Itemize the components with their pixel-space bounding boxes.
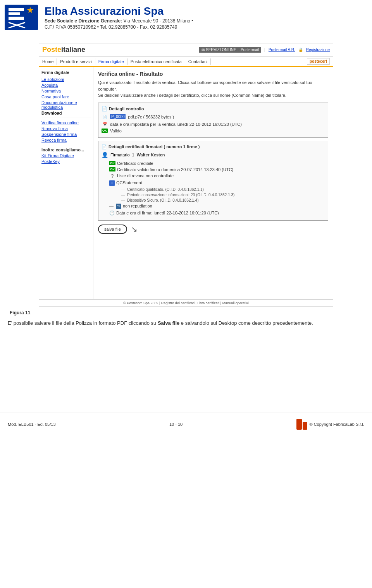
footer-registro[interactable]: Registro dei certificati <box>161 301 195 305</box>
ok-badge-valido: OK <box>109 167 115 171</box>
date-row: 📅 data e ora impostata per la verifica l… <box>102 121 325 127</box>
main-content: Poste italiane ✉ SERVIZI ONLINE ...Poste… <box>0 35 372 335</box>
arrow-indicator: ↘ <box>131 225 138 234</box>
file-suffix: pdf.p7c ( 566232 bytes ) <box>128 115 174 119</box>
sub-line-nonrep: — <box>109 204 114 208</box>
figure-text-part2: e salvandolo sul Desktop come descritto … <box>179 320 313 326</box>
svg-rect-3 <box>9 17 24 20</box>
nav-contattaci[interactable]: Contattaci <box>185 58 211 65</box>
svg-rect-2 <box>9 12 20 15</box>
firmatario-name[interactable]: Walter Kesten <box>137 153 165 157</box>
servizi-label: SERVIZI ONLINE <box>206 48 236 52</box>
cert-item-credibile: OK Certificato credibile <box>102 161 325 166</box>
info-icon: i <box>109 180 115 186</box>
nonrep-icon: 🛡 <box>116 204 121 209</box>
figure-text-bold: Salva file <box>158 320 179 326</box>
footer-manuali[interactable]: Manuali operativi <box>222 301 249 305</box>
sidebar-item-sospensione[interactable]: Sospensione firma <box>41 132 91 137</box>
sidebar-item-cosapuoifare[interactable]: Cosa puoi fare <box>41 94 91 99</box>
cert-item-nonrep: — 🛡 non repudiation <box>102 204 325 209</box>
sidebar-title: Firma digitale <box>41 70 91 75</box>
file-row: 📄 P_0000 pdf.p7c ( 566232 bytes ) <box>102 114 325 120</box>
sidebar-item-postekey[interactable]: PosteKey <box>41 159 91 164</box>
poste-header: Poste italiane ✉ SERVIZI ONLINE ...Poste… <box>39 43 333 57</box>
sidebar-item-kit[interactable]: Kit Firma Digitale <box>41 153 91 158</box>
cert-credibile-text: Certificato credibile <box>117 161 153 166</box>
details-icon: 📄 <box>102 106 107 111</box>
inoltre-title: Inoltre consigliamo... <box>41 147 91 152</box>
clock-icon: 🕐 <box>109 211 115 216</box>
sidebar-item-rinnovo[interactable]: Rinnovo firma <box>41 126 91 131</box>
sidebar-item-revoca[interactable]: Revoca firma <box>41 138 91 142</box>
footer-copyright: © Postecom Spa 2009 <box>123 301 158 305</box>
cert-sub-2: — Periodo conservazione informazioni: 20… <box>102 193 325 197</box>
ok-badge-credibile: OK <box>109 161 115 165</box>
cert-sub-1-text: Certificato qualificato. (O.I.D. 0.4.0.1… <box>127 187 204 192</box>
date-check-text: data e ora impostata per la verifica lun… <box>110 122 242 127</box>
cert-sub-1: — Certificato qualificato. (O.I.D. 0.4.0… <box>102 187 325 192</box>
salva-file-button[interactable]: salva file <box>98 225 127 234</box>
cert-sub-2-text: Periodo conservazione informazioni: 20 (… <box>127 193 234 197</box>
poste-screenshot: Poste italiane ✉ SERVIZI ONLINE ...Poste… <box>39 43 333 307</box>
nav-prodotti[interactable]: Prodotti e servizi <box>57 58 95 65</box>
firmatario-label: Firmatario <box>110 153 130 157</box>
postermail-label: ...Postermail <box>238 48 259 52</box>
datafirma-text: Data e ora di firma: lunedì 22-10-2012 1… <box>116 211 219 215</box>
cert-item-revoca: ? Liste di revoca non controllate <box>102 173 325 179</box>
file-icon: 📄 <box>102 114 108 120</box>
sidebar-item-verifica[interactable]: Verifica firma online <box>41 120 91 125</box>
sidebar-divider-1 <box>41 118 91 118</box>
poste-content: Verifica online - Risultato Qui è visual… <box>93 67 333 299</box>
details-box: 📄 Dettagli controllo 📄 P_0000 pdf.p7c ( … <box>98 103 328 138</box>
nav-posta[interactable]: Posta elettronica certificata <box>127 58 185 65</box>
nav-firma[interactable]: Firma digitale <box>95 58 127 65</box>
page-header: Elba Assicurazioni Spa Sede Sociale e Di… <box>0 0 372 35</box>
nonrep-text: non repudiation <box>123 204 152 208</box>
servizi-btn[interactable]: ✉ SERVIZI ONLINE ...Postermail <box>199 47 261 53</box>
cert-title-text: Dettagli certificati firmatari ( numero … <box>108 144 200 149</box>
sidebar-item-documentazione[interactable]: Documentazione e modulistica <box>41 100 91 110</box>
company-info: Elba Assicurazioni Spa Sede Sociale e Di… <box>45 5 193 30</box>
sidebar-item-normativa[interactable]: Normativa <box>41 89 91 93</box>
salva-section: salva file ↘ <box>98 225 328 234</box>
page-footer: Mod. ELB501 - Ed. 05/13 10 - 10 © Copyri… <box>0 413 372 435</box>
details-box-title: 📄 Dettagli controllo <box>102 106 325 111</box>
address-line2: C.F./ P.IVA 05850710962 • Tel. 02.928857… <box>45 24 193 30</box>
postermail-ar-link[interactable]: Postermail A.R. <box>269 48 295 52</box>
postcert-text: postecert <box>310 59 327 63</box>
sub-line-1: — <box>121 187 125 192</box>
poste-nav: Home Prodotti e servizi Firma digitale P… <box>39 57 333 67</box>
poste-logo: Poste italiane <box>42 46 85 54</box>
cert-item-datafirma: 🕐 Data e ora di firma: lunedì 22-10-2012… <box>102 211 325 216</box>
company-logo <box>4 4 39 31</box>
poste-header-links: ✉ SERVIZI ONLINE ...Postermail | Posterm… <box>199 47 330 53</box>
sub-line-3: — <box>121 198 125 202</box>
figure-text: E' possibile salvare il file della Poliz… <box>6 319 366 327</box>
cert-sub-3-text: Dispositivo Sicuro. (O.I.D. 0.4.0.1862.1… <box>127 198 199 202</box>
footer-lista[interactable]: Lista certificati <box>197 301 219 305</box>
content-desc1: Qui è visualizzato il risultato della ve… <box>98 79 328 99</box>
cert-box: 📄 Dettagli certificati firmatari ( numer… <box>98 141 328 221</box>
details-title-text: Dettagli controllo <box>109 106 144 111</box>
firmatario-num: 1 <box>132 153 134 157</box>
sidebar-divider-2 <box>41 145 91 145</box>
date-icon: 📅 <box>102 121 108 127</box>
registrazione-link[interactable]: Registrazione <box>306 48 330 52</box>
postcert-badge: postecert <box>307 58 330 65</box>
footer-right: © Copyright FabricaLab S.r.l. <box>296 419 364 430</box>
svg-rect-7 <box>296 419 302 430</box>
lock-icon: 🔒 <box>298 48 303 52</box>
question-icon: ? <box>109 173 115 179</box>
poste-footer: © Postecom Spa 2009 | Registro dei certi… <box>39 299 333 307</box>
copyright-text: © Copyright FabricaLab S.r.l. <box>310 422 364 427</box>
sidebar-item-soluzioni[interactable]: Le soluzioni <box>41 77 91 82</box>
figure-text-part1: E' possibile salvare il file della Poliz… <box>8 320 158 326</box>
nav-home[interactable]: Home <box>42 58 57 65</box>
fabricalab-logo <box>296 419 307 430</box>
servizi-icon: ✉ <box>202 48 205 52</box>
sidebar-item-acquista[interactable]: Acquista <box>41 83 91 87</box>
poste-word: Poste <box>42 46 61 54</box>
poste-sidebar: Firma digitale Le soluzioni Acquista Nor… <box>39 67 93 299</box>
ok-badge: OK <box>102 129 108 133</box>
sidebar-item-download[interactable]: Download <box>41 111 91 115</box>
